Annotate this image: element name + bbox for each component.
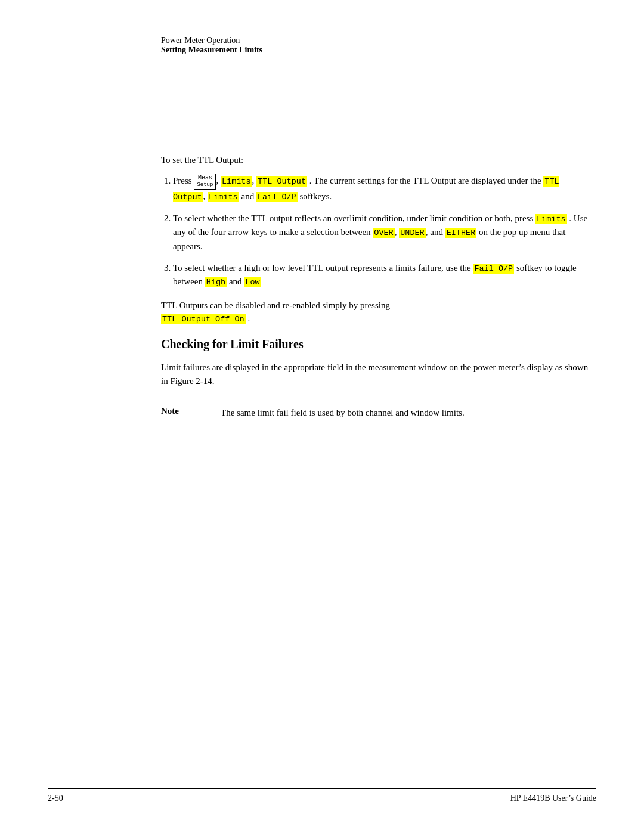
note-text: The same limit fail field is used by bot… <box>221 406 465 420</box>
note-label: Note <box>161 406 221 416</box>
step2-limits: Limits <box>535 214 567 224</box>
header-chapter: Power Meter Operation <box>161 36 596 45</box>
step1-and: and <box>239 191 256 201</box>
step3-fail-op: Fail O/P <box>473 264 514 274</box>
checking-heading: Checking for Limit Failures <box>161 337 596 351</box>
ttl-outputs-text: TTL Outputs can be disabled and re-enabl… <box>161 301 390 310</box>
step-3: To select whether a high or low level TT… <box>173 261 596 289</box>
step1-softkeys: softkeys. <box>298 191 332 201</box>
ttl-outputs-after: . <box>246 314 250 323</box>
step1-press: Press <box>173 176 194 185</box>
page-header: Power Meter Operation Setting Measuremen… <box>161 36 596 55</box>
step1-ttl-output: TTL Output <box>256 176 307 187</box>
step3-and: and <box>227 277 244 286</box>
step2-and: , and <box>426 227 445 237</box>
step1-comma3: , <box>203 191 208 201</box>
step1-text1: . The current settings for the TTL Outpu… <box>307 176 543 185</box>
step2-over: OVER <box>373 228 394 238</box>
main-content: To set the TTL Output: Press MeasSetup, … <box>161 155 596 426</box>
limit-failures-intro: Limit failures are displayed in the appr… <box>161 361 596 388</box>
ttl-intro: To set the TTL Output: <box>161 155 596 165</box>
ttl-outputs-para: TTL Outputs can be disabled and re-enabl… <box>161 299 596 326</box>
header-section: Setting Measurement Limits <box>161 45 596 55</box>
meas-setup-key: MeasSetup <box>194 174 216 190</box>
step2-text1: To select whether the TTL output reflect… <box>173 213 535 223</box>
step3-text1: To select whether a high or low level TT… <box>173 263 473 272</box>
step2-either: EITHER <box>445 228 477 238</box>
step1-comma2: , <box>252 176 257 185</box>
step3-high: High <box>205 277 227 287</box>
footer-page-number: 2-50 <box>48 794 63 803</box>
step-1: Press MeasSetup, Limits, TTL Output . Th… <box>173 174 596 203</box>
step1-limits2: Limits <box>208 192 239 202</box>
page: Power Meter Operation Setting Measuremen… <box>0 0 644 833</box>
step-2: To select whether the TTL output reflect… <box>173 212 596 253</box>
page-footer: 2-50 HP E4419B User’s Guide <box>48 788 596 803</box>
step3-low: Low <box>244 277 261 287</box>
step1-fail-op: Fail O/P <box>256 192 298 202</box>
step1-comma1: , <box>216 176 221 185</box>
note-box: Note The same limit fail field is used b… <box>161 400 596 426</box>
step2-under: UNDER <box>399 228 426 238</box>
steps-list: Press MeasSetup, Limits, TTL Output . Th… <box>173 174 596 289</box>
step1-limits: Limits <box>221 176 252 187</box>
footer-guide-title: HP E4419B User’s Guide <box>510 794 596 803</box>
ttl-output-off-on: TTL Output Off On <box>161 314 246 324</box>
